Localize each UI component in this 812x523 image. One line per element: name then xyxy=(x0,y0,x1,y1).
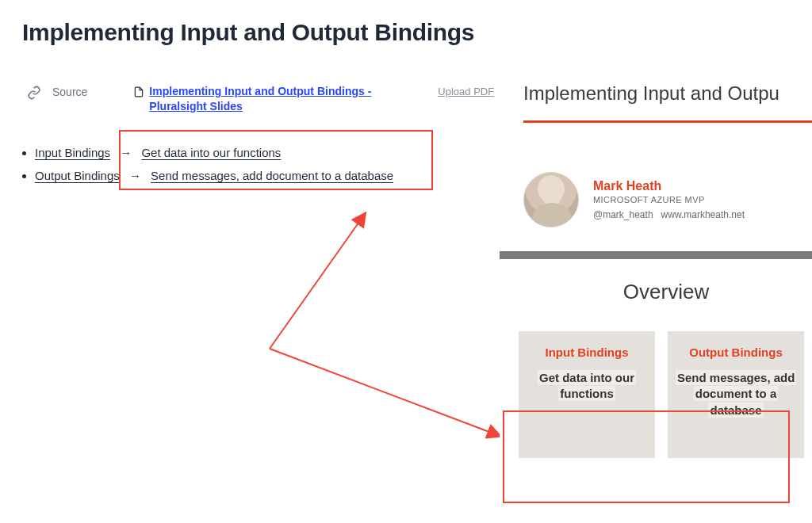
note-canvas: Implementing Input and Output Bindings S… xyxy=(0,0,812,523)
link-icon xyxy=(27,86,41,100)
annotation-highlight-box xyxy=(503,410,790,503)
svg-line-0 xyxy=(270,214,365,349)
source-row: Source Implementing Input and Output Bin… xyxy=(27,84,494,114)
card-heading: Output Bindings xyxy=(676,345,796,359)
author-block: Mark Heath MICROSOFT AZURE MVP @mark_hea… xyxy=(500,123,812,246)
annotation-highlight-box xyxy=(119,130,433,190)
bullet-term: Output Bindings xyxy=(35,169,120,182)
card-heading: Input Bindings xyxy=(527,345,647,359)
bullet-term: Input Bindings xyxy=(35,146,110,159)
page-title: Implementing Input and Output Bindings xyxy=(22,19,474,46)
slide-title: Implementing Input and Outpu xyxy=(523,82,812,105)
source-label: Source xyxy=(52,86,87,98)
author-contact: @mark_heath www.markheath.net xyxy=(593,209,745,220)
slide-title-block: Implementing Input and Outpu xyxy=(500,63,812,111)
overview-heading: Overview xyxy=(500,280,812,304)
author-handle: @mark_heath xyxy=(593,209,653,220)
card-body: Get data into our functions xyxy=(538,370,636,401)
slide-separator xyxy=(500,251,812,259)
author-site: www.markheath.net xyxy=(661,209,745,220)
source-link-text: Implementing Input and Output Bindings -… xyxy=(149,84,419,114)
author-name: Mark Heath xyxy=(593,179,745,193)
avatar xyxy=(523,172,579,227)
file-pdf-icon xyxy=(133,86,144,98)
annotation-arrows xyxy=(127,190,523,452)
source-link[interactable]: Implementing Input and Output Bindings -… xyxy=(133,84,419,114)
svg-line-1 xyxy=(270,349,500,436)
author-role: MICROSOFT AZURE MVP xyxy=(593,195,745,204)
upload-pdf-link[interactable]: Upload PDF xyxy=(438,86,494,97)
author-meta: Mark Heath MICROSOFT AZURE MVP @mark_hea… xyxy=(593,179,745,220)
